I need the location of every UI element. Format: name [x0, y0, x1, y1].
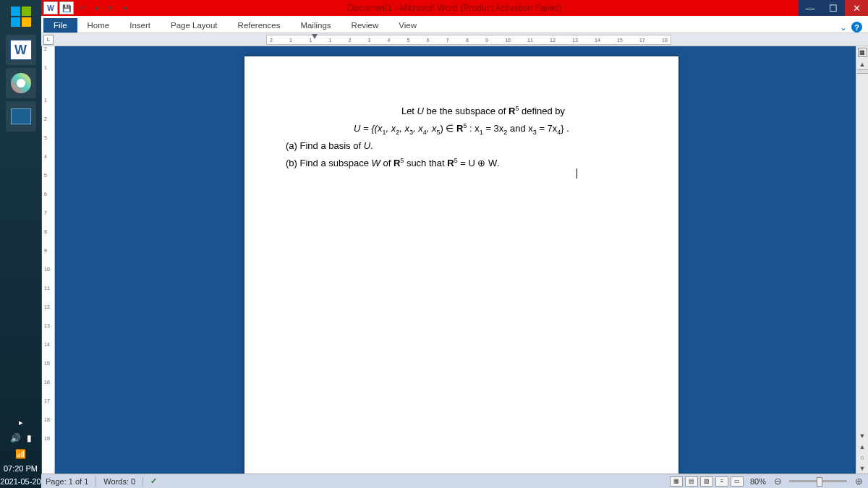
title-bar: W 💾 ↶ ▾ ↻ ▾ Document1 - Microsoft Word (… [41, 0, 868, 16]
tab-view[interactable]: View [388, 18, 427, 33]
word-icon: W [10, 40, 32, 60]
tab-references[interactable]: References [228, 18, 291, 33]
zoom-out-button[interactable]: ⊖ [773, 476, 783, 487]
prev-page-icon[interactable]: ▲ [857, 441, 868, 452]
view-draft-button[interactable]: ▭ [731, 476, 744, 487]
battery-icon[interactable]: ▮ [27, 433, 32, 443]
document-content: Let U be the subspace of R5 defined by U… [284, 103, 639, 171]
word-window: W 💾 ↶ ▾ ↻ ▾ Document1 - Microsoft Word (… [41, 0, 868, 488]
vertical-ruler[interactable]: 2112345678910111213141516171819 [42, 46, 55, 474]
doc-line-3: (a) Find a basis of U. [286, 139, 639, 154]
taskbar-app-thumb[interactable] [6, 101, 36, 132]
paint-icon [11, 73, 31, 93]
help-icon[interactable]: ? [851, 22, 862, 33]
close-button[interactable]: ✕ [845, 0, 868, 16]
status-words[interactable]: Words: 0 [103, 477, 135, 486]
doc-line-1: Let U be the subspace of R5 defined by [328, 103, 639, 119]
ribbon-tabs: File Home Insert Page Layout References … [41, 16, 868, 33]
browse-object-icon[interactable]: ○ [857, 452, 868, 463]
status-zoom[interactable]: 80% [750, 477, 766, 486]
view-outline-button[interactable]: ≡ [715, 476, 728, 487]
start-button[interactable] [4, 2, 38, 31]
app-icon[interactable]: W [43, 1, 58, 14]
tab-mailings[interactable]: Mailings [290, 18, 341, 33]
zoom-slider[interactable] [789, 480, 847, 482]
spell-check-icon[interactable]: ✓ [150, 476, 157, 486]
indent-marker-icon[interactable] [312, 34, 318, 39]
view-web-button[interactable]: ▧ [700, 476, 713, 487]
save-button[interactable]: 💾 [59, 1, 74, 14]
tab-review[interactable]: Review [341, 18, 389, 33]
view-full-screen-button[interactable]: ▤ [685, 476, 698, 487]
network-icon[interactable]: 📶 [15, 449, 26, 459]
next-page-icon[interactable]: ▼ [857, 463, 868, 474]
thumbnail-icon [11, 108, 31, 124]
scroll-down-icon[interactable]: ▼ [857, 430, 868, 441]
ruler-row: L 2111234567891011121314151718 [41, 33, 868, 46]
view-print-layout-button[interactable]: ▦ [670, 476, 683, 487]
doc-line-4: (b) Find a subspace W of R5 such that R5… [286, 155, 639, 171]
qat-more-icon[interactable]: ▾ [119, 1, 132, 14]
scroll-up-icon[interactable]: ▲ [857, 59, 868, 69]
document-area: 2112345678910111213141516171819 Let U be… [41, 46, 868, 474]
taskbar: W ▸ 🔊 ▮ 📶 07:20 PM 2021-05-20 [0, 0, 41, 488]
page-container: Let U be the subspace of R5 defined by U… [55, 46, 868, 474]
tab-home[interactable]: Home [77, 18, 120, 33]
undo-button[interactable]: ↶ [75, 1, 88, 14]
status-bar: Page: 1 of 1 Words: 0 ✓ ▦ ▤ ▧ ≡ ▭ 80% ⊖ … [41, 474, 868, 488]
window-title: Document1 - Microsoft Word (Product Acti… [348, 3, 562, 13]
undo-dropdown-icon[interactable]: ▾ [90, 1, 103, 14]
zoom-in-button[interactable]: ⊕ [854, 476, 864, 487]
speaker-icon[interactable]: 🔊 [10, 433, 21, 443]
tray-overflow-icon[interactable]: ▸ [16, 415, 26, 430]
file-tab[interactable]: File [43, 18, 77, 33]
minimize-button[interactable]: — [799, 0, 822, 16]
maximize-button[interactable]: ☐ [822, 0, 845, 16]
taskbar-app-paint[interactable] [6, 68, 36, 98]
doc-line-2: U = {(x1, x2, x3, x4, x5) ∈ R5 : x1 = 3x… [284, 121, 639, 137]
taskbar-app-word[interactable]: W [6, 35, 36, 65]
tab-page-layout[interactable]: Page Layout [161, 18, 228, 33]
tray-date[interactable]: 2021-05-20 [0, 475, 41, 488]
status-page[interactable]: Page: 1 of 1 [46, 477, 88, 486]
redo-button[interactable]: ↻ [104, 1, 117, 14]
document-page[interactable]: Let U be the subspace of R5 defined by U… [244, 56, 678, 474]
split-handle[interactable] [857, 69, 868, 74]
tab-insert[interactable]: Insert [119, 18, 161, 33]
ruler-toggle-icon[interactable]: ▦ [858, 48, 867, 57]
vertical-scrollbar[interactable]: ▦ ▲ ▼ ▲ ○ ▼ [856, 46, 868, 474]
tray-time[interactable]: 07:20 PM [0, 462, 41, 475]
tab-selector[interactable]: L [43, 35, 54, 45]
text-cursor [576, 168, 577, 179]
quick-access-toolbar: W 💾 ↶ ▾ ↻ ▾ [43, 1, 132, 14]
horizontal-ruler[interactable]: 2111234567891011121314151718 [266, 35, 671, 45]
ribbon-collapse-icon[interactable]: ⌄ [840, 22, 847, 33]
